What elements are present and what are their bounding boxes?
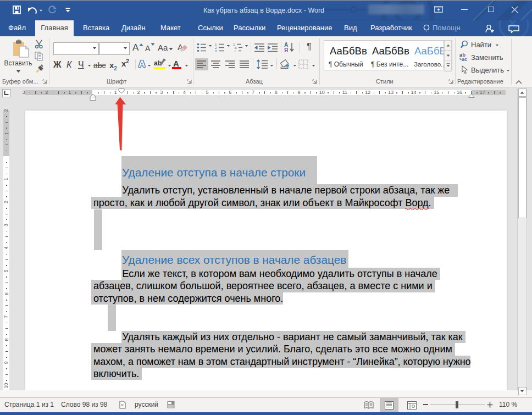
svg-text:9: 9 (4, 361, 9, 364)
svg-text:2: 2 (4, 201, 9, 203)
svg-text:1: 1 (4, 132, 9, 135)
svg-text:10: 10 (4, 383, 9, 388)
svg-text:4: 4 (4, 247, 9, 250)
svg-text:Я: Я (284, 47, 288, 53)
svg-text:ac: ac (462, 57, 467, 62)
svg-text:1: 1 (4, 178, 9, 180)
svg-text:3: 3 (215, 49, 217, 52)
svg-text:7: 7 (4, 316, 9, 318)
svg-text:8: 8 (4, 338, 9, 341)
svg-text:6: 6 (4, 292, 9, 295)
svg-text:2: 2 (4, 109, 9, 112)
svg-text:5: 5 (4, 269, 9, 272)
svg-text:3: 3 (4, 224, 9, 226)
svg-text:i: i (235, 49, 235, 52)
